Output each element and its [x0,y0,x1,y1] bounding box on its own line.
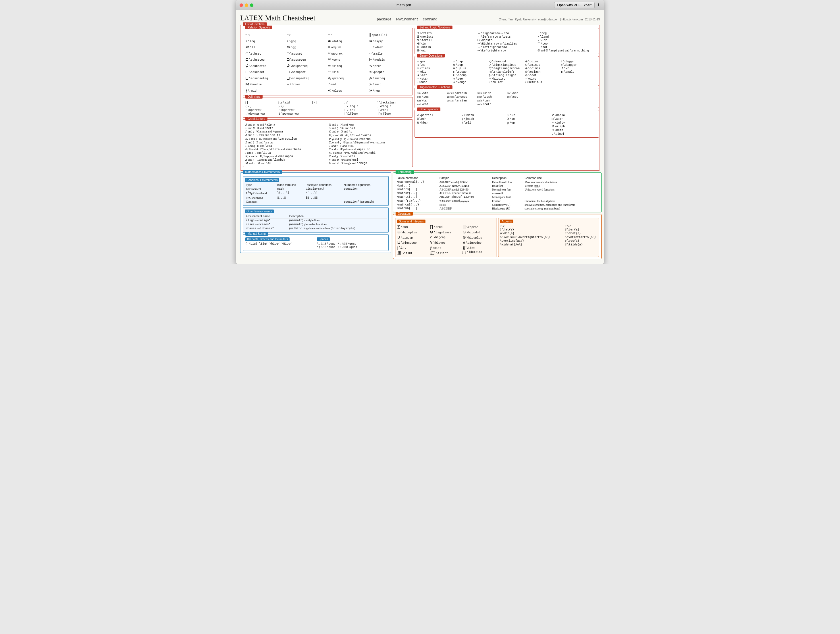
trig-title: Trigonometric Functions [417,85,452,89]
other-item: ℘ \wp [507,121,551,125]
page-header: LATEX Math Cheatsheet package environmen… [240,14,600,22]
share-icon[interactable]: ⬆ [597,3,600,8]
greek-item: P, ρ and ϱ P, \Rho and \varrho [329,137,410,141]
accents-title: Accents [500,220,514,223]
delim-item: } \} [278,104,311,108]
rel-item: ⊇\supseteq [287,56,328,63]
close-button[interactable] [240,3,243,7]
greek-item: B and β B and \beta [245,126,327,130]
font-row: \mathtt{...} ABCDEF abcdef 123456 Monosp… [396,195,599,199]
sum-item: ⨌ \iiiint [430,250,462,255]
canonical-env-title: Canonical Environments [245,178,279,182]
titlebar: math.pdf Open with PDF Expert ⬆ [236,0,604,10]
bin-item: ⊔ \sqcup [453,74,488,77]
col-desc: Description [288,214,387,218]
other-symbols-content: ∂ \partial ı \imath ℜ \Re ∇ \nabla ð \et… [415,110,599,138]
rel-item: ≺\prec [369,63,411,69]
maximize-button[interactable] [250,3,253,7]
trig-item: tan \tan [417,99,447,102]
col-use: Common use [523,176,599,180]
greek-item: Ξ and ξ \Xi and \xi [329,126,410,130]
bin-item [561,77,596,81]
app-window: math.pdf Open with PDF Expert ⬆ LATEX Ma… [236,0,604,264]
rel-item: ⊐\sqsupset [287,69,328,75]
sum-item: ⊕ \bigoplus [397,230,429,234]
rel-item: ∤\nmid [245,87,287,94]
acc-item: \overleftarrow{AB} [565,236,597,239]
titlebar-actions: Open with PDF Expert ⬆ [554,2,600,8]
env-row: Comment equation* (amsmath) [245,200,387,204]
trig-item [567,92,596,95]
greek-item: H and η H and \eta [245,144,327,148]
bottom-right: Formatting LaTeX command Sample Descript… [393,172,602,261]
bin-item: × \times [417,67,452,70]
bin-item: ⋆ \star [417,77,452,81]
bin-item: ÷ \div [417,70,452,74]
rel-item: ⊄\nsubseteq [245,63,287,69]
env-row: Environment math displaymath equation [245,187,387,191]
binary-ops-box: Binary Operations ± \pm ∩ \cap ◇ \diamon… [415,56,599,86]
other-item: ∇ \nabla [552,114,596,117]
acc-item [532,225,565,228]
other-env-box: Other Environments Environment name Desc… [243,207,389,232]
sum-item: ∐ \coprod [463,225,495,229]
greek-letters-content: A and α A and \alpha N and ν N and \nu B… [243,120,412,167]
bin-item: ⊗ \otimes [525,67,561,70]
list-of-symbols-section: List of Symbols Relation Symbols << >> [240,25,600,171]
formatting-content: LaTeX command Sample Description Common … [393,173,601,212]
acc-item: a′ a' [500,225,532,228]
other-item: □ \Box* [552,117,596,121]
delimiters-box: Delimiters | | | or \mid ‖ \| / / \ \bac… [243,97,413,117]
trig-item [537,92,567,95]
rel-item: ⊂\subset [245,50,287,57]
bin-item: ⊎ \uplus [453,67,488,70]
other-item [462,125,507,128]
bin-item: ∐ \amalg [561,70,596,74]
rel-item: ⊃\supset [287,50,328,57]
rel-item: ≤\leq [245,38,287,44]
other-item: ∂ \partial [417,114,462,117]
bin-item: · \cdot [417,81,452,84]
greek-item: Θ, θ and θ \Theta, \theta and \vartheta [245,148,327,151]
greek-item: Π, π and ϖ \Pi, \pi and \varpi [329,133,410,137]
operators-box: Operators Sums and Integrals ∑ \sum ∏ \p… [393,214,602,259]
bin-item: ⊓ \sqcap [453,70,488,74]
set-item: ∃ \exists [417,32,476,35]
greek-item: Z and ζ Z and \zeta [245,141,327,144]
accents-grid: a′ a' a″ a'' ā \hat{a} ā \bar{a} ȧ \dot{… [500,225,597,246]
fonts-table: LaTeX command Sample Description Common … [396,176,599,210]
rel-item: ∝\propto [369,69,411,75]
bin-item: ∩ \cap [453,60,488,63]
minimize-button[interactable] [245,3,248,7]
open-with-button[interactable]: Open with PDF Expert [554,2,595,8]
set-item: ¬ \neg [537,32,596,35]
set-logic-box: Set and Logic Notations ∃ \exists → \rig… [415,28,599,54]
operators-title: Operators [396,212,413,215]
math-env-box: Mathematics Environments Canonical Envir… [240,172,391,253]
env-row: cases and cases* (amsmath) piecewise fun… [245,223,387,226]
delim-item [311,104,344,108]
left-column: Relation Symbols << >> == ∥\parallel ≤\l… [243,28,413,169]
bin-item: ↾ \wr [561,67,596,70]
delim-item: ⟩ \rangle [377,104,410,108]
trig-item [447,103,477,106]
greek-item: Λ and λ \Lambda and \lambda [245,158,327,161]
space-item: \, 3/18 \quad \: 4/18 \quad [317,242,386,245]
font-row: \mathcal{...} 𝒜ℬ𝒞𝒟𝒠𝒡 Calligraphy (U) she… [396,203,599,207]
delim-item: ↓ \downarrow [245,112,278,115]
acc-item [532,228,565,231]
set-item: ∈ \in [417,42,476,46]
col-envname: Environment name [245,214,288,218]
sum-item: ∫···∫ \idotsint [463,250,495,255]
rel-item: ⌢\frown [287,81,328,87]
bin-item: ‡ \ddagger [561,63,596,67]
sum-item: ⊔ \bigsqcup [397,240,429,245]
sum-item: ∩ \bigcap [430,235,462,240]
other-item [417,128,462,132]
font-row: \mathbb{...} 𝔸𝔹ℂ𝔻𝔼𝔽 Blackboard (U) speci… [396,207,599,210]
manual-sizing-title: Manual Sizing [245,232,268,236]
acc-item: ā \bar{a} [565,228,597,231]
sum-item: ∭ \iiint [397,250,429,255]
rel-item: << [245,32,287,38]
operators-grid: Sums and Integrals ∑ \sum ∏ \prod ∐ \cop… [396,218,599,257]
